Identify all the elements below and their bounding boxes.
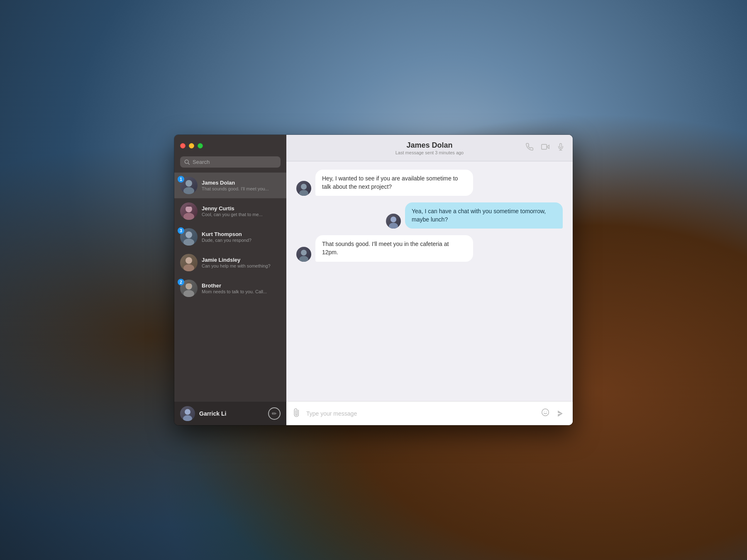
contact-info: Jenny Curtis Cool, can you get that to m… [202, 205, 281, 217]
avatar-wrap: 1 [180, 177, 198, 194]
contact-preview: Dude, can you respond? [202, 238, 281, 243]
search-bar[interactable] [180, 156, 281, 168]
sidebar: 1 James Dolan That sounds good. I'll mee… [174, 135, 286, 425]
message-row-1: Hey, I wanted to see if you are availabl… [296, 170, 563, 196]
contact-preview: Mom needs to talk to you. Call... [202, 289, 281, 294]
contact-name: Jenny Curtis [202, 205, 281, 212]
message-input[interactable] [306, 410, 536, 417]
chat-input-area [286, 401, 573, 425]
titlebar [174, 135, 286, 156]
attach-icon[interactable] [290, 407, 304, 420]
contact-name: James Dolan [202, 180, 281, 186]
mic-icon[interactable] [557, 143, 564, 153]
search-icon [184, 159, 190, 165]
svg-point-12 [186, 283, 192, 289]
avatar-wrap: 2 [180, 280, 198, 297]
message-row-2: Yea, I can have a chat with you sometime… [296, 202, 563, 229]
contact-info: James Dolan That sounds good. I'll meet … [202, 180, 281, 191]
chat-contact-name: James Dolan [395, 141, 464, 150]
video-icon[interactable] [541, 143, 549, 153]
avatar-wrap [180, 254, 198, 271]
compose-icon: ✏ [272, 410, 277, 417]
svg-line-1 [188, 163, 189, 164]
svg-point-19 [301, 184, 307, 190]
chat-panel: James Dolan Last message sent 3 minutes … [286, 135, 573, 425]
message-bubble-3: That sounds good. I'll meet you in the c… [315, 235, 473, 261]
contact-item-brother[interactable]: 2 Brother Mom needs to talk to you. Call… [174, 275, 286, 301]
svg-point-9 [183, 264, 194, 271]
badge-kurt-thompson: 3 [178, 227, 184, 234]
contact-item-jenny-curtis[interactable]: Jenny Curtis Cool, can you get that to m… [174, 198, 286, 224]
avatar-jenny-curtis [180, 202, 198, 220]
chat-last-seen: Last message sent 3 minutes ago [395, 150, 464, 155]
avatar-wrap [180, 202, 198, 220]
contact-preview: Cool, can you get that to me... [202, 212, 281, 217]
avatar-garrick [180, 406, 195, 421]
message-bubble-2: Yea, I can have a chat with you sometime… [405, 202, 563, 229]
svg-point-8 [186, 257, 192, 264]
svg-point-6 [186, 231, 192, 238]
maximize-button[interactable] [198, 143, 203, 149]
badge-james-dolan: 1 [178, 176, 184, 183]
send-button[interactable] [554, 408, 566, 419]
avatar-jamie-lindsley [180, 254, 198, 271]
contact-preview: That sounds good. I'll meet you... [202, 186, 281, 191]
contact-item-jamie-lindsley[interactable]: Jamie Lindsley Can you help me with some… [174, 250, 286, 275]
svg-point-11 [183, 290, 194, 297]
message-row-3: That sounds good. I'll meet you in the c… [296, 235, 563, 261]
chat-actions [525, 143, 564, 153]
contact-name: Kurt Thompson [202, 231, 281, 237]
contact-preview: Can you help me with something? [202, 263, 281, 268]
svg-point-25 [542, 409, 549, 416]
msg-avatar-me [386, 214, 401, 229]
messages-area: Hey, I wanted to see if you are availabl… [286, 161, 573, 401]
msg-avatar-james [296, 181, 311, 196]
contact-name: Brother [202, 282, 281, 289]
svg-rect-16 [542, 144, 547, 149]
phone-icon[interactable] [525, 143, 534, 153]
search-input[interactable] [193, 159, 276, 165]
svg-point-5 [183, 213, 194, 220]
contact-item-kurt-thompson[interactable]: 3 Kurt Thompson Dude, can you respond? [174, 224, 286, 250]
svg-point-3 [183, 187, 194, 194]
svg-point-24 [299, 256, 308, 262]
svg-point-2 [186, 180, 192, 187]
badge-brother: 2 [178, 279, 184, 285]
chat-header: James Dolan Last message sent 3 minutes … [286, 135, 573, 161]
user-name: Garrick Li [199, 410, 264, 417]
svg-point-4 [186, 206, 192, 212]
contact-name: Jamie Lindsley [202, 257, 281, 263]
contacts-list: 1 James Dolan That sounds good. I'll mee… [174, 173, 286, 401]
svg-point-22 [389, 223, 398, 229]
emoji-icon[interactable] [541, 408, 549, 419]
compose-button[interactable]: ✏ [268, 407, 281, 420]
sidebar-footer: Garrick Li ✏ [174, 401, 286, 425]
svg-point-23 [301, 250, 307, 256]
close-button[interactable] [180, 143, 186, 149]
avatar-wrap: 3 [180, 228, 198, 246]
contact-info: Jamie Lindsley Can you help me with some… [202, 257, 281, 268]
minimize-button[interactable] [189, 143, 194, 149]
contact-info: Brother Mom needs to talk to you. Call..… [202, 282, 281, 294]
svg-marker-15 [547, 145, 549, 149]
svg-point-14 [183, 415, 192, 421]
contact-info: Kurt Thompson Dude, can you respond? [202, 231, 281, 243]
svg-point-7 [183, 239, 194, 246]
svg-point-21 [391, 217, 396, 222]
svg-point-13 [185, 409, 190, 415]
msg-avatar-james-2 [296, 247, 311, 262]
svg-point-20 [299, 190, 308, 196]
contact-item-james-dolan[interactable]: 1 James Dolan That sounds good. I'll mee… [174, 173, 286, 198]
message-bubble-1: Hey, I wanted to see if you are availabl… [315, 170, 473, 196]
chat-header-info: James Dolan Last message sent 3 minutes … [395, 141, 464, 155]
app-window: 1 James Dolan That sounds good. I'll mee… [174, 135, 573, 425]
svg-marker-28 [558, 410, 563, 416]
